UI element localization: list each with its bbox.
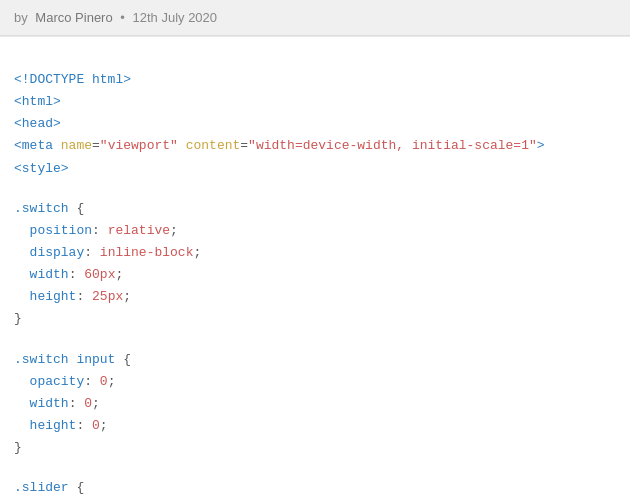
code-token: <html> [14, 92, 61, 112]
code-token: opacity [30, 372, 85, 392]
code-token: content [186, 136, 241, 156]
code-token: : [76, 416, 92, 436]
code-token: .switch input [14, 350, 115, 370]
code-line: <!DOCTYPE html> [0, 69, 630, 91]
code-line: <meta name="viewport" content="width=dev… [0, 135, 630, 157]
code-token: display [30, 243, 85, 263]
code-token: width [30, 265, 69, 285]
code-token: ; [115, 265, 123, 285]
code-line: } [0, 437, 630, 459]
code-line: opacity: 0; [0, 371, 630, 393]
code-line [0, 459, 630, 477]
author-name: Marco Pinero [35, 10, 112, 25]
code-token: <!DOCTYPE html> [14, 70, 131, 90]
code-token: = [240, 136, 248, 156]
code-token: : [76, 287, 92, 307]
code-token [14, 287, 30, 307]
code-line: .switch { [0, 198, 630, 220]
code-token: } [14, 309, 22, 329]
code-token: : [84, 243, 100, 263]
date-separator: • [120, 10, 125, 25]
code-token: 0 [92, 416, 100, 436]
code-line: <style> [0, 158, 630, 180]
code-token [14, 372, 30, 392]
code-line: <head> [0, 113, 630, 135]
code-token: "viewport" [100, 136, 178, 156]
code-line [0, 51, 630, 69]
code-token: 0 [84, 394, 92, 414]
code-token: ; [193, 243, 201, 263]
code-line: display: inline-block; [0, 242, 630, 264]
code-token: position [30, 221, 92, 241]
code-token: <head> [14, 114, 61, 134]
code-token: ; [123, 287, 131, 307]
code-token [14, 394, 30, 414]
code-token: > [537, 136, 545, 156]
code-line [0, 180, 630, 198]
code-line: height: 0; [0, 415, 630, 437]
code-token: .slider [14, 478, 69, 498]
code-token: 0 [100, 372, 108, 392]
code-line: width: 0; [0, 393, 630, 415]
code-token: <style> [14, 159, 69, 179]
code-token: } [14, 438, 22, 458]
code-token: : [84, 372, 100, 392]
code-token [14, 243, 30, 263]
publish-date: 12th July 2020 [132, 10, 217, 25]
code-token: height [30, 416, 77, 436]
code-token [178, 136, 186, 156]
code-line: } [0, 308, 630, 330]
code-token: : [92, 221, 108, 241]
code-line: height: 25px; [0, 286, 630, 308]
code-token: ; [92, 394, 100, 414]
code-token: : [69, 394, 85, 414]
code-token: { [69, 478, 85, 498]
code-token: height [30, 287, 77, 307]
code-line: .switch input { [0, 349, 630, 371]
code-token [14, 221, 30, 241]
code-token: : [69, 265, 85, 285]
header-bar: by Marco Pinero • 12th July 2020 [0, 0, 630, 36]
code-token: 25px [92, 287, 123, 307]
code-token: width [30, 394, 69, 414]
author-prefix: by [14, 10, 28, 25]
code-token: { [69, 199, 85, 219]
code-area: <!DOCTYPE html> <html> <head> <meta name… [0, 36, 630, 500]
code-line: position: relative; [0, 220, 630, 242]
code-token: { [115, 350, 131, 370]
code-token: ; [100, 416, 108, 436]
code-token: ; [108, 372, 116, 392]
code-token: name [61, 136, 92, 156]
code-token [14, 416, 30, 436]
code-token: "width=device-width, initial-scale=1" [248, 136, 537, 156]
code-line: <html> [0, 91, 630, 113]
code-token: = [92, 136, 100, 156]
code-line: .slider { [0, 477, 630, 499]
code-token: 60px [84, 265, 115, 285]
code-token: relative [108, 221, 170, 241]
code-token: ; [170, 221, 178, 241]
code-token: inline-block [100, 243, 194, 263]
code-token: .switch [14, 199, 69, 219]
code-line [0, 331, 630, 349]
code-token: <meta [14, 136, 61, 156]
code-line: width: 60px; [0, 264, 630, 286]
code-token [14, 265, 30, 285]
